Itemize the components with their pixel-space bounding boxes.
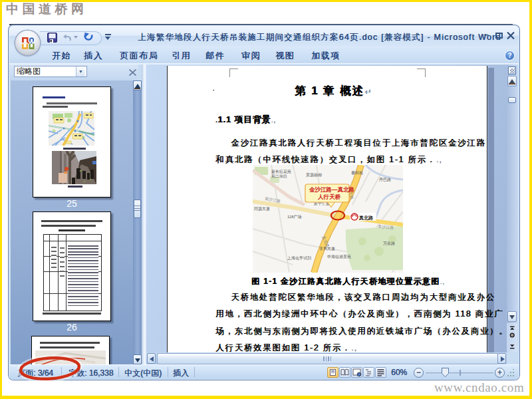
svg-text:真北路: 真北路	[358, 215, 374, 221]
svg-text:万泉路: 万泉路	[383, 241, 395, 246]
svg-text:中海临港景苑: 中海临港景苑	[327, 255, 351, 259]
svg-text:宛二街坊: 宛二街坊	[271, 174, 287, 179]
svg-text:同源大厦: 同源大厦	[254, 206, 270, 211]
svg-text:馨和苑: 馨和苑	[351, 170, 363, 176]
svg-text:景源丽都: 景源丽都	[306, 172, 322, 178]
svg-text:金沙江路—真北路: 金沙江路—真北路	[309, 186, 355, 193]
svg-text:118广场: 118广场	[287, 215, 302, 219]
svg-text:上海化学试剂: 上海化学试剂	[287, 255, 311, 261]
svg-text:人行天桥: 人行天桥	[317, 194, 341, 200]
svg-text:新长征花苑: 新长征花苑	[271, 169, 291, 174]
svg-text:丹巴路: 丹巴路	[379, 178, 391, 182]
